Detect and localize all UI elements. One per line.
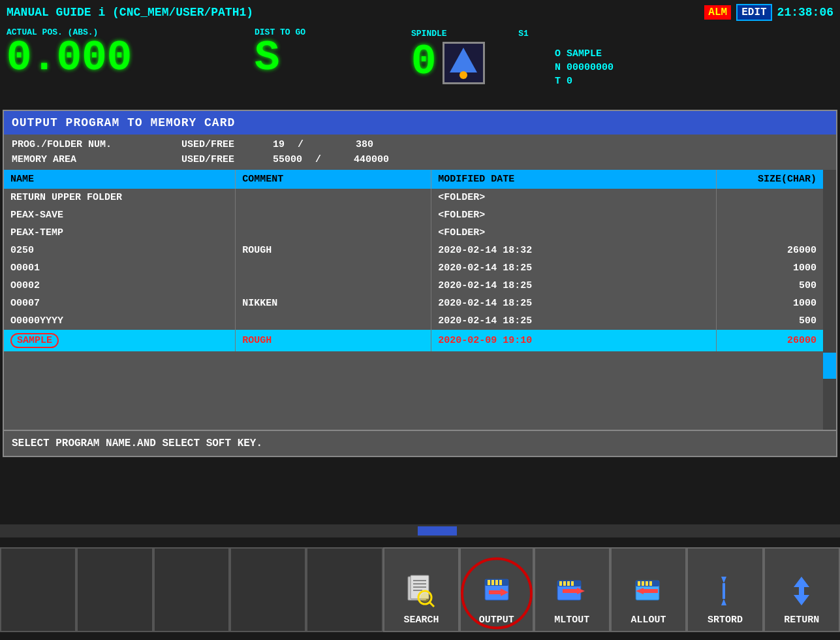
return-button[interactable]: RETURN xyxy=(764,547,840,632)
cell-name: PEAX-TEMP xyxy=(4,224,236,242)
prog-free: 380 xyxy=(356,139,373,150)
cell-size: 1000 xyxy=(716,295,823,312)
table-row[interactable]: O0007NIKKEN2020-02-14 18:251000 xyxy=(4,295,823,312)
cell-size: 26000 xyxy=(716,242,823,259)
cell-date: 2020-02-09 19:10 xyxy=(431,330,717,351)
cell-size: 1000 xyxy=(716,259,823,277)
svg-rect-24 xyxy=(571,581,574,586)
mltout-button[interactable]: MLTOUT xyxy=(534,547,610,632)
svg-marker-0 xyxy=(450,48,477,72)
cell-size xyxy=(716,224,823,242)
cell-name: O0000YYYY xyxy=(4,312,236,330)
allout-button[interactable]: ALLOUT xyxy=(610,547,687,632)
cell-comment xyxy=(236,259,431,277)
svg-rect-21 xyxy=(559,581,562,586)
col-header-date: MODIFIED DATE xyxy=(431,170,717,189)
cell-name: O0001 xyxy=(4,259,236,277)
col-header-comment: COMMENT xyxy=(236,170,431,189)
cell-date: 2020-02-14 18:32 xyxy=(431,242,717,259)
info-t: T 0 xyxy=(555,76,833,87)
cell-name: O0002 xyxy=(4,277,236,295)
selected-name-badge: SAMPLE xyxy=(10,333,59,348)
actual-pos-value: 0.000 xyxy=(7,37,241,79)
search-label: SEARCH xyxy=(403,615,439,626)
svg-rect-23 xyxy=(567,581,570,586)
content-header: OUTPUT PROGRAM TO MEMORY CARD xyxy=(4,111,836,135)
cell-comment xyxy=(236,277,431,295)
memory-slash: / xyxy=(315,154,321,165)
svg-marker-38 xyxy=(794,577,809,587)
allout-icon xyxy=(629,571,668,611)
cell-comment: ROUGH xyxy=(236,330,431,351)
svg-rect-31 xyxy=(646,581,648,586)
memory-area-row: MEMORY AREA USED/FREE 55000 / 440000 xyxy=(4,152,836,167)
prog-folder-label: PROG./FOLDER NUM. xyxy=(12,139,168,150)
prog-folder-sublabel: USED/FREE xyxy=(181,139,260,150)
table-row[interactable]: O0000YYYY2020-02-14 18:25500 xyxy=(4,312,823,330)
table-row[interactable]: O00022020-02-14 18:25500 xyxy=(4,277,823,295)
cell-size: 26000 xyxy=(716,330,823,351)
output-label: OUTPUT xyxy=(479,615,514,626)
prog-folder-row: PROG./FOLDER NUM. USED/FREE 19 / 380 xyxy=(4,137,836,152)
file-table: NAME COMMENT MODIFIED DATE SIZE(CHAR) RE… xyxy=(4,170,823,351)
memory-used: 55000 xyxy=(273,154,302,165)
memory-free: 440000 xyxy=(354,154,389,165)
s1-label: S1 xyxy=(518,29,529,39)
table-row[interactable]: O00012020-02-14 18:251000 xyxy=(4,259,823,277)
spindle-value: 0 xyxy=(411,41,436,83)
cell-comment xyxy=(236,312,431,330)
progress-bar-container xyxy=(0,524,840,537)
svg-rect-32 xyxy=(649,581,652,586)
dist-to-go-value: S xyxy=(255,37,398,79)
softkey-empty-1 xyxy=(0,547,76,632)
cell-size: 500 xyxy=(716,277,823,295)
alm-badge: ALM xyxy=(704,5,731,20)
output-button[interactable]: OUTPUT xyxy=(459,547,533,632)
cell-name: SAMPLE xyxy=(4,330,236,351)
empty-table-area xyxy=(4,351,823,430)
svg-rect-16 xyxy=(499,580,502,585)
cell-comment xyxy=(236,189,431,206)
cell-comment: NIKKEN xyxy=(236,295,431,312)
svg-rect-30 xyxy=(642,581,644,586)
svg-marker-36 xyxy=(721,599,726,605)
search-icon xyxy=(401,571,441,611)
svg-rect-34 xyxy=(644,589,658,593)
progress-bar xyxy=(418,526,457,536)
scrollbar[interactable] xyxy=(823,170,836,430)
svg-rect-29 xyxy=(638,581,640,586)
prog-slash: / xyxy=(298,139,303,150)
cell-date: <FOLDER> xyxy=(431,189,717,206)
softkey-empty-2 xyxy=(76,547,153,632)
cell-date: <FOLDER> xyxy=(431,224,717,242)
srtord-icon xyxy=(706,571,745,611)
table-row[interactable]: 0250ROUGH2020-02-14 18:3226000 xyxy=(4,242,823,259)
softkey-empty-3 xyxy=(153,547,230,632)
return-label: RETURN xyxy=(784,615,819,626)
table-row[interactable]: PEAX-SAVE<FOLDER> xyxy=(4,206,823,224)
table-row[interactable]: SAMPLEROUGH2020-02-09 19:1026000 xyxy=(4,330,823,351)
memory-area-sublabel: USED/FREE xyxy=(181,154,260,165)
svg-rect-40 xyxy=(799,587,804,595)
table-row[interactable]: RETURN UPPER FOLDER<FOLDER> xyxy=(4,189,823,206)
clock: 21:38:06 xyxy=(777,6,833,19)
search-button[interactable]: SEARCH xyxy=(383,547,459,632)
table-row[interactable]: PEAX-TEMP<FOLDER> xyxy=(4,224,823,242)
info-o: O SAMPLE xyxy=(555,48,833,59)
col-header-size: SIZE(CHAR) xyxy=(716,170,823,189)
allout-label: ALLOUT xyxy=(631,615,666,626)
status-message: SELECT PROGRAM NAME.AND SELECT SOFT KEY. xyxy=(4,430,836,456)
cell-comment xyxy=(236,206,431,224)
softkey-empty-5 xyxy=(306,547,382,632)
srtord-label: SRTORD xyxy=(708,615,743,626)
cell-name: O0007 xyxy=(4,295,236,312)
prog-used: 19 xyxy=(273,139,285,150)
output-button-wrapper[interactable]: OUTPUT xyxy=(459,547,533,632)
spindle-label: SPINDLE xyxy=(411,29,447,39)
mltout-icon xyxy=(552,571,591,611)
srtord-button[interactable]: SRTORD xyxy=(687,547,763,632)
scrollbar-thumb[interactable] xyxy=(823,353,836,379)
softkey-empty-4 xyxy=(230,547,306,632)
svg-rect-26 xyxy=(563,589,577,593)
svg-marker-35 xyxy=(721,577,726,583)
